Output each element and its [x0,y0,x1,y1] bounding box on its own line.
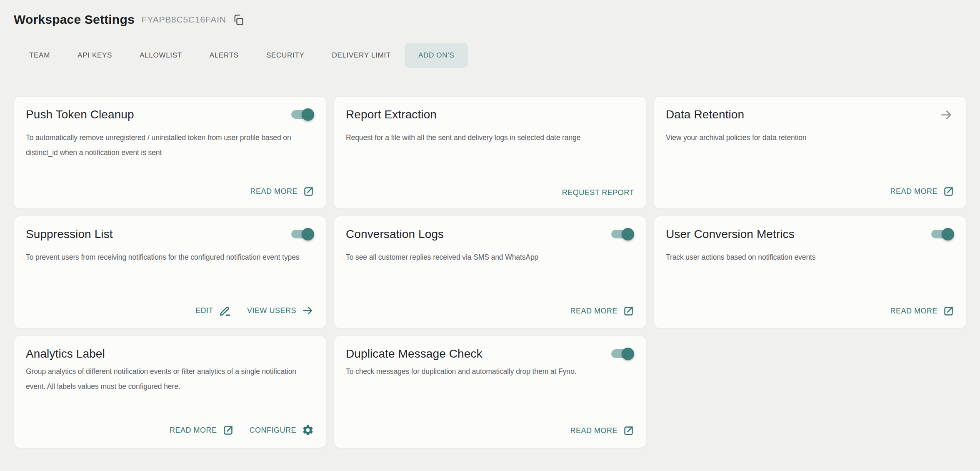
action-label: READ MORE [890,187,938,196]
toggle-thumb [302,228,314,241]
push-token-cleanup-toggle[interactable] [291,108,314,121]
data-retention-open-button[interactable] [940,108,953,122]
copy-icon [232,14,244,26]
tab-bar: TEAM API KEYS ALLOWLIST ALERTS SECURITY … [15,43,966,68]
tab-delivery-limit[interactable]: DELIVERY LIMIT [318,43,404,68]
action-label: READ MORE [890,307,938,316]
tab-alerts[interactable]: ALERTS [196,43,252,68]
read-more-link[interactable]: READ MORE [250,186,314,197]
card-report-extraction: Report Extraction Request for a file wit… [334,96,646,209]
tab-api-keys[interactable]: API KEYS [64,43,126,68]
card-description: To automatically remove unregistered / u… [26,130,314,160]
card-title: Push Token Cleanup [26,107,134,122]
external-link-icon [623,306,634,317]
card-description: Group analytics of different notificatio… [26,364,314,394]
external-link-icon [943,186,954,197]
configure-link[interactable]: CONFIGURE [250,424,315,436]
tab-allowlist[interactable]: ALLOWLIST [126,43,196,68]
external-link-icon [222,425,234,436]
card-title: Report Extraction [346,107,437,122]
edit-pencil-icon [219,304,231,317]
external-link-icon [943,306,954,317]
page-title: Workspace Settings [14,13,135,27]
copy-workspace-id-button[interactable] [232,14,244,26]
tab-team[interactable]: TEAM [15,43,64,68]
card-description: To check messages for duplication and au… [346,364,634,379]
toggle-thumb [622,228,634,241]
card-data-retention: Data Retention View your archival polici… [654,96,966,209]
toggle-thumb [622,348,634,360]
card-description: To prevent users from receiving notifica… [26,250,314,265]
read-more-link[interactable]: READ MORE [890,306,954,317]
external-link-icon [623,425,634,436]
request-report-link[interactable]: REQUEST REPORT [562,188,634,197]
read-more-link[interactable]: READ MORE [170,425,234,436]
card-title: Conversation Logs [346,227,444,242]
gear-icon [302,424,314,436]
addons-grid: Push Token Cleanup To automatically remo… [14,96,966,448]
duplicate-message-check-toggle[interactable] [611,348,634,360]
suppression-list-toggle[interactable] [291,228,314,241]
page-header: Workspace Settings FYAPB8C5C16FAIN [14,10,966,29]
arrow-right-icon [302,304,314,317]
action-label: VIEW USERS [247,306,296,315]
action-label: CONFIGURE [250,426,297,435]
read-more-link[interactable]: READ MORE [890,186,954,197]
action-label: READ MORE [570,426,618,435]
card-description: View your archival policies for data ret… [666,130,954,145]
edit-link[interactable]: EDIT [195,304,231,317]
card-suppression-list: Suppression List To prevent users from r… [14,216,326,328]
card-description: Request for a file with all the sent and… [346,130,634,145]
tab-add-ons[interactable]: ADD ON'S [405,43,468,68]
card-title: Analytics Label [26,346,105,361]
workspace-settings-page: Workspace Settings FYAPB8C5C16FAIN TEAM … [0,0,980,448]
card-title: Suppression List [26,227,113,242]
action-label: EDIT [195,306,213,315]
card-duplicate-message-check: Duplicate Message Check To check message… [334,336,646,448]
view-users-link[interactable]: VIEW USERS [247,304,314,317]
user-conversion-metrics-toggle[interactable] [931,228,954,241]
read-more-link[interactable]: READ MORE [570,425,634,436]
tab-security[interactable]: SECURITY [252,43,318,68]
card-description: Track user actions based on notification… [666,250,954,265]
action-label: READ MORE [570,307,618,316]
card-title: Data Retention [666,107,744,122]
toggle-thumb [302,108,314,121]
card-title: Duplicate Message Check [346,346,482,361]
card-analytics-label: Analytics Label Group analytics of diffe… [14,336,326,448]
action-label: REQUEST REPORT [562,188,634,197]
conversation-logs-toggle[interactable] [611,228,634,241]
card-title: User Conversion Metrics [666,227,795,242]
toggle-thumb [942,228,954,241]
read-more-link[interactable]: READ MORE [570,306,634,317]
action-label: READ MORE [170,426,217,435]
card-conversation-logs: Conversation Logs To see all customer re… [334,216,646,328]
action-label: READ MORE [250,187,298,196]
external-link-icon [303,186,314,197]
card-description: To see all customer replies received via… [346,250,634,265]
card-user-conversion-metrics: User Conversion Metrics Track user actio… [654,216,966,328]
workspace-id: FYAPB8C5C16FAIN [142,15,226,25]
card-push-token-cleanup: Push Token Cleanup To automatically remo… [14,96,326,209]
arrow-right-icon [940,108,953,122]
